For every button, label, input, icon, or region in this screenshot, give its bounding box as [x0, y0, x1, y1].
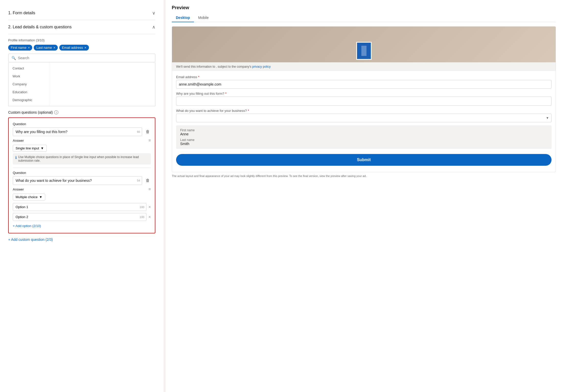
option-2-row: 100 ×	[13, 213, 151, 221]
q2-label: Question	[13, 171, 151, 175]
question-1: Question 66 🗑 Answer ≡ Single line input…	[13, 122, 151, 164]
tag-email-close-icon[interactable]: ×	[85, 46, 86, 50]
q2-char-count: 54	[137, 179, 140, 182]
dropdown-item-company[interactable]: Company	[8, 80, 49, 88]
section1-title: 1. Form details	[8, 11, 35, 15]
section2-number: 2.	[8, 25, 12, 29]
option-1-input[interactable]	[13, 203, 146, 211]
add-option-button[interactable]: + Add option (2/10)	[13, 223, 41, 229]
preview-card: We'll send this information to . subject…	[172, 26, 556, 172]
q1-answer-type-label: Single line input	[16, 146, 39, 150]
section1-title-text: Form details	[13, 11, 35, 15]
q1-answer-dropdown-icon: ▼	[41, 146, 44, 150]
q1-row: 66 🗑	[13, 127, 151, 136]
tag-first-name-label: First name	[11, 46, 26, 50]
q1-input-wrap: 66	[13, 127, 142, 136]
question1-field-wrap: Why are you filling out this form? *	[176, 92, 552, 106]
profile-dropdown-list: Contact Work Company Education Demograph…	[8, 62, 155, 106]
option-2-input[interactable]	[13, 213, 146, 221]
question1-required-star: *	[225, 92, 226, 96]
submit-button[interactable]: Submit	[176, 154, 552, 166]
q2-input[interactable]	[13, 176, 142, 185]
q1-drag-icon[interactable]: ≡	[148, 138, 151, 143]
question2-select-wrap	[176, 114, 552, 122]
q2-answer-type[interactable]: Multiple choice ▼	[13, 194, 45, 200]
email-field-wrap: Email address *	[176, 75, 552, 89]
preview-logo	[356, 42, 372, 60]
tab-desktop-label: Desktop	[176, 16, 190, 20]
question2-select[interactable]	[176, 114, 552, 122]
privacy-note-text: We'll send this information to	[176, 65, 215, 68]
tag-first-name[interactable]: First name ×	[8, 45, 32, 51]
q1-answer-type[interactable]: Single line input ▼	[13, 145, 47, 152]
last-name-value: Smith	[180, 142, 547, 146]
q1-delete-icon[interactable]: 🗑	[145, 127, 151, 136]
question2-required-star: *	[248, 109, 249, 113]
preview-banner	[172, 27, 556, 62]
custom-questions-header: Custom questions (optional) i	[8, 110, 155, 114]
dropdown-item-contact[interactable]: Contact	[8, 64, 49, 72]
preview-logo-inner	[361, 46, 366, 56]
email-input[interactable]	[176, 80, 552, 89]
q2-delete-icon[interactable]: 🗑	[145, 176, 151, 185]
search-input[interactable]	[18, 56, 152, 60]
tag-email-label: Email address	[62, 46, 83, 50]
tag-last-name-close-icon[interactable]: ×	[53, 46, 55, 50]
tags-row: First name × Last name × Email address ×	[8, 45, 155, 51]
q2-drag-icon[interactable]: ≡	[148, 187, 151, 192]
section2-title-text: Lead details & custom questions	[13, 25, 72, 29]
question1-label-text: Why are you filling out this form?	[176, 92, 224, 96]
disclaimer-text: The actual layout and final appearance o…	[172, 172, 556, 180]
tab-mobile-label: Mobile	[198, 16, 209, 20]
email-label-text: Email address	[176, 75, 197, 79]
first-name-field: First name Anne	[180, 128, 547, 136]
right-panel: Preview Desktop Mobile We'll send this i…	[166, 0, 562, 392]
add-custom-question-button[interactable]: + Add custom question (2/3)	[8, 235, 53, 244]
q1-input[interactable]	[13, 127, 142, 136]
privacy-dot: .	[216, 65, 218, 68]
tab-mobile[interactable]: Mobile	[194, 14, 213, 22]
q1-answer-row: Answer ≡	[13, 138, 151, 143]
tag-last-name[interactable]: Last name ×	[34, 45, 58, 51]
tag-first-name-close-icon[interactable]: ×	[28, 46, 30, 50]
tag-last-name-label: Last name	[36, 46, 52, 50]
option-2-remove-icon[interactable]: ×	[148, 215, 151, 219]
option-1-row: 100 ×	[13, 203, 151, 211]
q1-answer-label: Answer	[13, 139, 24, 142]
separator	[13, 168, 151, 168]
add-option-label: + Add option (2/10)	[13, 224, 41, 228]
question2-label-text: What do you want to achieve for your bus…	[176, 109, 247, 113]
privacy-note: We'll send this information to . subject…	[172, 62, 556, 71]
custom-questions-label: Custom questions (optional)	[8, 110, 53, 114]
profile-search-box: 🔍	[8, 54, 155, 62]
question1-input[interactable]	[176, 97, 552, 106]
section2-header[interactable]: 2. Lead details & custom questions ∧	[8, 20, 155, 34]
q1-hint: ℹ Use Multiple choice questions in place…	[13, 153, 151, 164]
dropdown-col-sub	[49, 62, 90, 106]
tag-email-address[interactable]: Email address ×	[59, 45, 89, 51]
option-1-remove-icon[interactable]: ×	[148, 205, 151, 209]
profile-info-section: First name Anne Last name Smith	[176, 125, 552, 149]
dropdown-item-demographic[interactable]: Demographic	[8, 96, 49, 104]
option-1-wrap: 100	[13, 203, 146, 211]
q1-char-count: 66	[137, 130, 140, 133]
q2-row: 54 🗑	[13, 176, 151, 185]
tab-desktop[interactable]: Desktop	[172, 14, 194, 22]
email-label: Email address *	[176, 75, 552, 79]
hint-info-icon: ℹ	[15, 156, 17, 160]
last-name-field: Last name Smith	[180, 138, 547, 146]
q2-answer-type-label: Multiple choice	[16, 195, 38, 199]
profile-info-label: Profile information (3/10)	[8, 38, 155, 42]
section1-header[interactable]: 1. Form details ∨	[8, 6, 155, 20]
question2-field-wrap: What do you want to achieve for your bus…	[176, 109, 552, 122]
q2-input-wrap: 54	[13, 176, 142, 185]
info-icon[interactable]: i	[54, 110, 58, 114]
dropdown-item-work[interactable]: Work	[8, 72, 49, 80]
dropdown-item-education[interactable]: Education	[8, 88, 49, 96]
question1-label: Why are you filling out this form? *	[176, 92, 552, 96]
last-name-label: Last name	[180, 138, 547, 142]
question2-label: What do you want to achieve for your bus…	[176, 109, 552, 113]
privacy-policy-link[interactable]: privacy policy	[252, 65, 271, 68]
q2-answer-label: Answer	[13, 187, 24, 191]
option-1-char: 100	[140, 206, 144, 209]
